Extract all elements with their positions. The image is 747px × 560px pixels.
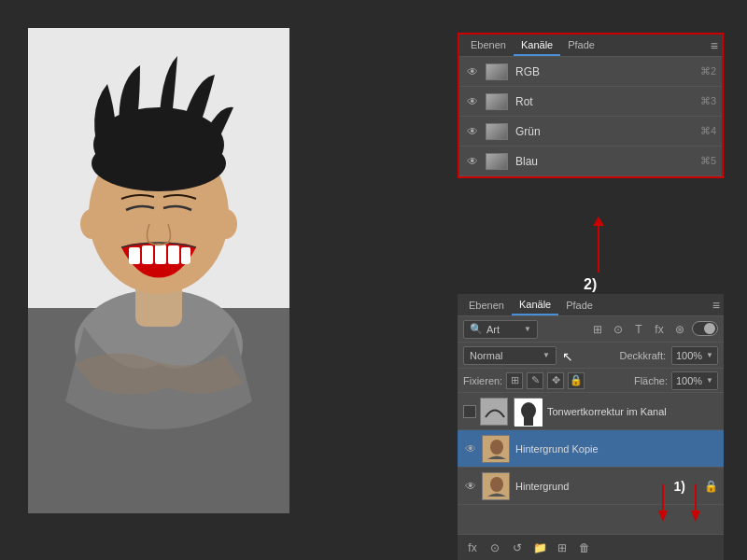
channel-gruen-row[interactable]: 👁 Grün ⌘4 <box>459 117 722 147</box>
filter-dropdown[interactable]: 🔍 Art ▼ <box>463 320 538 339</box>
tab-kanaele-bottom[interactable]: Kanäle <box>512 295 558 315</box>
layer-red-arrow <box>654 484 710 534</box>
svg-marker-26 <box>658 511 668 522</box>
svg-point-20 <box>490 440 503 455</box>
filter-icon-3[interactable]: T <box>630 321 647 338</box>
cursor-icon: ↖ <box>562 349 573 364</box>
tab-pfade-top[interactable]: Pfade <box>560 35 602 56</box>
channels-panel-top: Ebenen Kanäle Pfade ≡ 👁 RGB ⌘2 👁 Rot ⌘3 … <box>458 33 724 178</box>
channel-name-rot: Rot <box>515 95 700 108</box>
tab-ebenen-bottom[interactable]: Ebenen <box>461 296 512 315</box>
flaeche-arrow: ▼ <box>706 376 713 385</box>
svg-point-7 <box>92 135 226 191</box>
blend-mode-dropdown[interactable]: Normal ▼ ↖ <box>463 346 557 365</box>
eye-icon-rgb[interactable]: 👁 <box>465 64 480 79</box>
layer-row-tonwert[interactable]: Tonwertkorrektur im Kanal <box>458 393 724 430</box>
filter-dropdown-arrow: ▼ <box>524 325 531 333</box>
toolbar-folder-btn[interactable]: 📁 <box>530 539 549 557</box>
opacity-arrow: ▼ <box>706 351 713 359</box>
svg-point-14 <box>215 209 237 239</box>
svg-rect-8 <box>129 247 140 264</box>
annotation-2: 2) <box>579 226 599 293</box>
opacity-input[interactable]: 100% ▼ <box>671 346 718 365</box>
panel-menu-icon-bottom[interactable]: ≡ <box>712 298 720 313</box>
tab-ebenen-top[interactable]: Ebenen <box>463 35 514 56</box>
blend-dropdown-arrow: ▼ <box>543 351 550 359</box>
lock-all-btn[interactable]: ⊞ <box>506 372 523 389</box>
filter-icons: ⊞ ⊙ T fx ⊛ <box>589 321 718 338</box>
filter-icon-4[interactable]: fx <box>651 321 668 338</box>
blend-row: Normal ▼ ↖ Deckkraft: 100% ▼ <box>458 343 724 369</box>
svg-point-13 <box>80 209 103 239</box>
layer-toolbar: fx ⊙ ↺ 📁 ⊞ 🗑 <box>458 534 724 560</box>
toolbar-circle-btn[interactable]: ⊙ <box>486 539 504 557</box>
panel-menu-icon-top[interactable]: ≡ <box>711 38 718 53</box>
filter-row: 🔍 Art ▼ ⊞ ⊙ T fx ⊛ <box>458 316 724 343</box>
channel-thumb-gruen <box>486 123 508 140</box>
layer-mask-tonwert <box>514 398 542 426</box>
panel-tabs-top: Ebenen Kanäle Pfade ≡ <box>459 35 722 57</box>
filter-icon-5[interactable]: ⊛ <box>671 321 688 338</box>
opacity-label: Deckkraft: <box>619 350 666 361</box>
channel-shortcut-rot: ⌘3 <box>700 95 716 107</box>
ebenen-panel: Ebenen Kanäle Pfade ≡ 🔍 Art ▼ ⊞ ⊙ T fx ⊛ <box>458 294 724 560</box>
channel-name-gruen: Grün <box>515 125 700 138</box>
channel-shortcut-blau: ⌘5 <box>700 155 716 167</box>
channel-thumb-rgb <box>486 63 508 80</box>
channel-rgb-row[interactable]: 👁 RGB ⌘2 <box>459 57 722 87</box>
svg-point-17 <box>521 402 536 419</box>
channel-thumb-blau <box>486 153 508 170</box>
lock-row: Fixieren: ⊞ ✎ ✥ 🔒 Fläche: 100% ▼ <box>458 369 724 393</box>
eye-icon-hintergrund-kopie[interactable]: 👁 <box>463 441 478 456</box>
tab-kanaele-top[interactable]: Kanäle <box>514 35 560 56</box>
svg-marker-24 <box>691 511 700 522</box>
toolbar-new-btn[interactable]: ⊞ <box>553 539 571 557</box>
layer-row-hintergrund-kopie[interactable]: 👁 Hintergrund Kopie <box>458 430 724 468</box>
toolbar-refresh-btn[interactable]: ↺ <box>508 539 527 557</box>
svg-rect-12 <box>181 247 190 264</box>
layer-name-hintergrund-kopie: Hintergrund Kopie <box>515 443 718 455</box>
lock-move-btn[interactable]: ✥ <box>547 372 564 389</box>
layer-checkbox-tonwert[interactable] <box>463 405 476 418</box>
filter-icon-1[interactable]: ⊞ <box>589 321 606 338</box>
ebenen-tabs: Ebenen Kanäle Pfade ≡ <box>458 294 724 316</box>
annotation-2-label: 2) <box>584 276 599 293</box>
photo-image <box>28 28 289 513</box>
eye-icon-rot[interactable]: 👁 <box>465 94 480 109</box>
eye-icon-hintergrund[interactable]: 👁 <box>463 479 478 494</box>
layer-name-tonwert: Tonwertkorrektur im Kanal <box>547 406 718 417</box>
layer-thumb-tonwert <box>480 398 508 426</box>
channel-name-blau: Blau <box>515 155 700 168</box>
flaeche-label: Fläche: <box>634 375 668 386</box>
tab-pfade-bottom[interactable]: Pfade <box>558 296 600 315</box>
svg-point-22 <box>490 477 503 492</box>
layer-thumb-hintergrund-kopie <box>482 435 510 463</box>
channel-rot-row[interactable]: 👁 Rot ⌘3 <box>459 87 722 117</box>
svg-rect-10 <box>155 245 166 264</box>
channel-blau-row[interactable]: 👁 Blau ⌘5 <box>459 147 722 176</box>
svg-rect-11 <box>168 245 179 264</box>
channel-thumb-rot <box>486 93 508 110</box>
filter-toggle[interactable] <box>692 321 718 336</box>
flaeche-input[interactable]: 100% ▼ <box>671 371 718 390</box>
svg-rect-18 <box>524 417 533 426</box>
eye-icon-gruen[interactable]: 👁 <box>465 124 480 139</box>
channel-shortcut-gruen: ⌘4 <box>700 125 716 137</box>
filter-icon-2[interactable]: ⊙ <box>610 321 627 338</box>
channel-shortcut-rgb: ⌘2 <box>700 65 716 77</box>
eye-icon-blau[interactable]: 👁 <box>465 154 480 169</box>
toolbar-delete-btn[interactable]: 🗑 <box>575 539 594 557</box>
layer-name-hintergrund: Hintergrund <box>515 481 674 492</box>
layer-thumb-hintergrund <box>482 472 510 500</box>
lock-pixels-btn[interactable]: ✎ <box>527 372 543 389</box>
channel-name-rgb: RGB <box>515 65 700 78</box>
toolbar-fx-btn[interactable]: fx <box>463 539 482 557</box>
svg-rect-9 <box>142 245 153 264</box>
lock-position-btn[interactable]: 🔒 <box>568 372 585 389</box>
lock-label: Fixieren: <box>463 375 502 386</box>
svg-rect-15 <box>481 399 508 426</box>
photo-canvas <box>28 28 289 513</box>
